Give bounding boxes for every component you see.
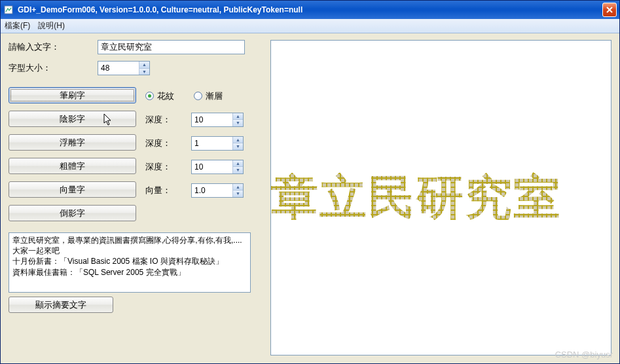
brush-style-radios: 花紋 漸層 bbox=[145, 88, 244, 104]
client-area: 請輸入文字： 字型大小： ▲▼ 筆刷字 陰影字 浮雕字 粗體字 向量字 倒影字 bbox=[1, 33, 619, 363]
menubar: 檔案(F) 說明(H) bbox=[1, 19, 619, 33]
close-button[interactable] bbox=[602, 3, 617, 17]
spinner-down-icon[interactable]: ▼ bbox=[139, 69, 149, 75]
row-font-size: 字型大小： ▲▼ bbox=[9, 61, 264, 75]
app-window: GDI+_DemoForm006, Version=1.0.0.0, Cultu… bbox=[0, 0, 620, 364]
button-column: 筆刷字 陰影字 浮雕字 粗體字 向量字 倒影字 bbox=[9, 87, 136, 228]
label-vector: 向量： bbox=[145, 185, 178, 196]
app-icon bbox=[3, 5, 14, 15]
brush-text-button[interactable]: 筆刷字 bbox=[9, 87, 136, 103]
label-bold-depth: 深度： bbox=[145, 161, 178, 173]
shadow-depth-spinner[interactable]: ▲▼ bbox=[191, 113, 244, 127]
spinner-buttons[interactable]: ▲▼ bbox=[232, 137, 243, 150]
radio-dot-icon bbox=[145, 92, 154, 100]
spinner-up-icon[interactable]: ▲ bbox=[233, 160, 243, 168]
bold-depth-row: 深度： ▲▼ bbox=[145, 158, 244, 175]
label-input-text: 請輸入文字： bbox=[9, 41, 94, 53]
shadow-depth-input[interactable] bbox=[192, 113, 232, 126]
titlebar: GDI+_DemoForm006, Version=1.0.0.0, Cultu… bbox=[1, 1, 619, 19]
spinner-down-icon[interactable]: ▼ bbox=[233, 120, 243, 126]
font-size-spin-buttons[interactable]: ▲▼ bbox=[139, 62, 149, 75]
spinner-down-icon[interactable]: ▼ bbox=[233, 191, 243, 197]
row-input-text: 請輸入文字： bbox=[9, 40, 264, 54]
vector-text-button[interactable]: 向量字 bbox=[9, 181, 136, 198]
radio-dot-icon bbox=[194, 92, 202, 100]
emboss-text-button[interactable]: 浮雕字 bbox=[9, 134, 136, 151]
vector-spinner[interactable]: ▲▼ bbox=[191, 183, 244, 198]
summary-textbox[interactable]: 章立民研究室，最專業的資訊圖書撰寫團隊,心得分享,有你,有我,....大家一起來… bbox=[9, 232, 251, 293]
bold-text-button[interactable]: 粗體字 bbox=[9, 158, 136, 174]
menu-file[interactable]: 檔案(F) bbox=[5, 20, 30, 31]
spinner-down-icon[interactable]: ▼ bbox=[233, 167, 243, 173]
show-summary-button[interactable]: 顯示摘要文字 bbox=[9, 297, 113, 313]
window-title: GDI+_DemoForm006, Version=1.0.0.0, Cultu… bbox=[18, 5, 602, 14]
spinner-down-icon[interactable]: ▼ bbox=[233, 143, 243, 150]
spinner-up-icon[interactable]: ▲ bbox=[233, 113, 243, 120]
vector-value-row: 向量： ▲▼ bbox=[145, 182, 244, 198]
emboss-depth-input[interactable] bbox=[192, 137, 232, 150]
label-shadow-depth: 深度： bbox=[145, 114, 178, 126]
text-input[interactable] bbox=[98, 40, 245, 54]
spinner-buttons[interactable]: ▲▼ bbox=[232, 160, 243, 173]
spinner-up-icon[interactable]: ▲ bbox=[139, 62, 149, 69]
menu-help[interactable]: 說明(H) bbox=[38, 20, 65, 31]
spinner-buttons[interactable]: ▲▼ bbox=[232, 184, 243, 197]
emboss-depth-spinner[interactable]: ▲▼ bbox=[191, 136, 244, 151]
spinner-up-icon[interactable]: ▲ bbox=[233, 137, 243, 144]
font-size-spinner[interactable]: ▲▼ bbox=[98, 61, 150, 75]
canvas-rendered-text: 章立民研究室 bbox=[271, 166, 562, 229]
button-grid: 筆刷字 陰影字 浮雕字 粗體字 向量字 倒影字 花紋 bbox=[9, 87, 264, 228]
bold-depth-spinner[interactable]: ▲▼ bbox=[191, 160, 244, 174]
radio-pattern-label: 花紋 bbox=[157, 90, 174, 102]
shadow-text-button[interactable]: 陰影字 bbox=[9, 111, 136, 127]
label-emboss-depth: 深度： bbox=[145, 137, 178, 149]
shadow-depth-row: 深度： ▲▼ bbox=[145, 111, 244, 128]
emboss-depth-row: 深度： ▲▼ bbox=[145, 135, 244, 151]
left-panel: 請輸入文字： 字型大小： ▲▼ 筆刷字 陰影字 浮雕字 粗體字 向量字 倒影字 bbox=[9, 40, 264, 355]
radio-gradient[interactable]: 漸層 bbox=[194, 90, 223, 102]
label-font-size: 字型大小： bbox=[9, 62, 94, 74]
spinner-buttons[interactable]: ▲▼ bbox=[232, 113, 243, 126]
vector-input[interactable] bbox=[192, 184, 232, 197]
mirror-text-button[interactable]: 倒影字 bbox=[9, 205, 136, 221]
preview-canvas: 章立民研究室 bbox=[270, 40, 611, 355]
spinner-up-icon[interactable]: ▲ bbox=[233, 184, 243, 191]
radio-pattern[interactable]: 花紋 bbox=[145, 90, 174, 102]
param-column: 花紋 漸層 深度： ▲▼ bbox=[145, 87, 244, 206]
font-size-input[interactable] bbox=[98, 62, 139, 75]
radio-gradient-label: 漸層 bbox=[206, 90, 223, 102]
bold-depth-input[interactable] bbox=[192, 160, 232, 173]
